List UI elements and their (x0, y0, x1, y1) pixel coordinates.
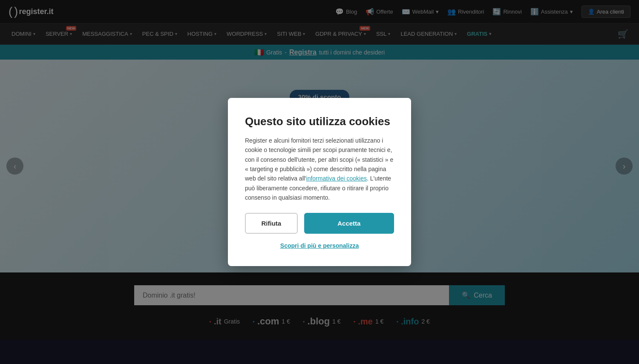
cookie-title: Questo sito utilizza cookies (245, 115, 394, 128)
cookie-modal: Questo sito utilizza cookies Register e … (228, 98, 411, 267)
cookie-policy-link[interactable]: informativa dei cookies (306, 175, 367, 182)
customize-link[interactable]: Scopri di più e personalizza (245, 242, 394, 249)
cookie-text: Register e alcuni fornitori terzi selezi… (245, 136, 394, 203)
rifiuta-button[interactable]: Rifiuta (245, 213, 298, 234)
cookie-overlay: Questo sito utilizza cookies Register e … (0, 0, 639, 340)
cookie-buttons: Rifiuta Accetta (245, 213, 394, 234)
accetta-button[interactable]: Accetta (304, 213, 394, 234)
